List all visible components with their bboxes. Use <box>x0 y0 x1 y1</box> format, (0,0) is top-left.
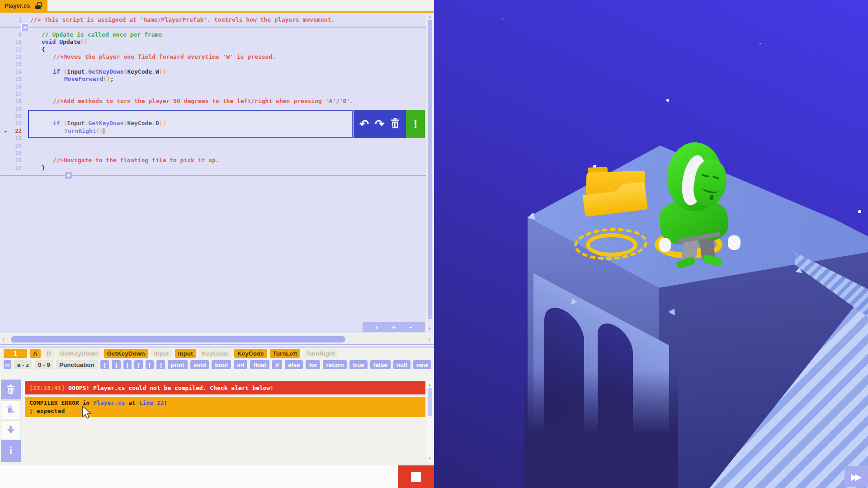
stop-button[interactable] <box>398 465 434 488</box>
scroll-up-icon[interactable]: ▲ <box>427 382 433 387</box>
syntax-chip[interactable]: print <box>168 360 188 369</box>
editor-vertical-scrollbar[interactable]: ▲ ▼ <box>427 13 433 333</box>
line-number: 9 <box>0 31 22 38</box>
code-editor[interactable]: 1//> This script is assigned at 'Game/Pl… <box>0 13 426 333</box>
code-line[interactable]: 25 <box>0 150 426 157</box>
code-line[interactable]: 26//>Navigate to the floating file to pi… <box>0 157 426 164</box>
code-line[interactable]: 10void Update() <box>0 38 426 46</box>
keyword-chip[interactable]: TurnLeft <box>270 349 301 358</box>
code-token: Input <box>67 68 85 75</box>
trash-play-icon <box>6 405 15 414</box>
syntax-chip[interactable]: a - z <box>14 360 32 369</box>
code-line-text: } <box>27 164 45 172</box>
auto-clear-console-button[interactable] <box>1 400 21 419</box>
syntax-chip[interactable]: 0 - 9 <box>35 360 53 369</box>
keyword-counter: 1 <box>4 349 27 358</box>
syntax-chip[interactable]: bool <box>212 360 231 369</box>
app-window: Player.cs 1//> This script is assigned a… <box>0 0 868 488</box>
console-info-button[interactable]: i <box>1 440 21 462</box>
fold-expand-button[interactable]: + <box>65 172 72 179</box>
syntax-chip[interactable]: { <box>100 360 109 369</box>
trash-icon <box>6 385 15 394</box>
keyword-chip[interactable]: GetKeyDown <box>104 349 148 358</box>
code-line[interactable]: 16 <box>0 83 426 90</box>
syntax-chip[interactable]: float <box>250 360 269 369</box>
keyword-chip[interactable]: D <box>43 349 54 358</box>
keyword-chip[interactable]: Input <box>151 349 172 358</box>
clear-console-button[interactable] <box>1 380 21 399</box>
code-line[interactable]: 11{ <box>0 46 426 53</box>
delete-selection-button[interactable] <box>390 118 400 131</box>
syntax-chip[interactable]: } <box>112 360 120 369</box>
keyword-chip[interactable]: TurnRight <box>303 349 338 358</box>
vertical-scroll-thumb[interactable] <box>428 20 432 319</box>
syntax-chip[interactable]: ( <box>123 360 132 369</box>
code-line[interactable]: 1//> This script is assigned at 'Game/Pl… <box>0 16 426 23</box>
alert-link-text: Player.cs <box>93 399 125 406</box>
keyword-chip[interactable]: GetKeyDown <box>57 349 101 358</box>
code-line[interactable]: 18//>Add methods to turn the player 90 d… <box>0 98 426 105</box>
code-line[interactable]: 27} <box>0 164 426 172</box>
code-line[interactable]: 9// Update is called once per frame <box>0 31 426 38</box>
code-line-text: // Update is called once per frame <box>27 31 162 38</box>
console-scrollbar[interactable]: ▲ ▼ <box>427 381 433 462</box>
scroll-down-icon[interactable]: ▼ <box>427 326 433 332</box>
tab-player-cs[interactable]: Player.cs <box>0 0 47 11</box>
syntax-chip[interactable]: [ <box>146 360 154 369</box>
code-line[interactable]: 17 <box>0 90 426 98</box>
fold-line <box>0 27 426 28</box>
keyword-chip[interactable]: KeyCode <box>234 349 267 358</box>
compiler-alert: COMPILER ERROR in Player.cs at Line 22! … <box>25 397 425 417</box>
code-line[interactable]: 15MoveForward(); <box>0 75 426 83</box>
syntax-chip[interactable]: void <box>190 360 209 369</box>
syntax-chip[interactable]: ) <box>134 360 143 369</box>
zoom-in-button[interactable]: + <box>392 324 396 331</box>
line-number: 22 <box>0 127 22 135</box>
code-line[interactable]: 13 <box>0 61 426 68</box>
syntax-chip[interactable]: new <box>413 360 431 369</box>
debris-shard <box>795 267 802 273</box>
redo-button[interactable]: ↷ <box>375 118 384 130</box>
star-particle <box>666 99 669 102</box>
star-particle <box>502 18 503 19</box>
line-number: 15 <box>0 75 22 83</box>
fold-expand-button[interactable]: + <box>21 23 29 31</box>
syntax-chip[interactable]: if <box>272 360 282 369</box>
syntax-chip[interactable]: else <box>285 360 303 369</box>
game-viewport: ▶▶ <box>434 0 868 488</box>
syntax-chip[interactable]: ] <box>156 360 165 369</box>
confirm-error-button[interactable]: ! <box>406 110 425 138</box>
line-number: 14 <box>0 68 22 75</box>
syntax-chip[interactable]: Punctuation <box>56 360 98 369</box>
line-number: 10 <box>0 38 22 46</box>
keyword-chip[interactable]: A <box>30 349 41 358</box>
scroll-to-bottom-button[interactable] <box>1 420 21 439</box>
syntax-chip[interactable]: return <box>323 360 347 369</box>
keyword-chip[interactable]: KeyCode <box>199 349 232 358</box>
scroll-down-icon[interactable]: ▼ <box>427 456 433 461</box>
zoom-out-button[interactable]: − <box>409 324 412 331</box>
syntax-chip[interactable]: true <box>349 360 368 369</box>
scroll-right-icon[interactable]: › <box>428 334 431 344</box>
console-scroll-thumb[interactable] <box>428 388 432 416</box>
scroll-up-icon[interactable]: ▲ <box>427 14 433 19</box>
code-line[interactable]: 12//>Moves the player one field forward … <box>0 53 426 61</box>
editor-horizontal-scrollbar[interactable]: ‹ › <box>0 334 434 344</box>
theme-toggle-button[interactable]: ◐ <box>375 324 379 331</box>
scroll-left-icon[interactable]: ‹ <box>2 334 5 344</box>
code-line[interactable]: 24 <box>0 142 426 150</box>
alert-text: ! <box>164 399 167 406</box>
syntax-chip[interactable]: null <box>393 360 410 369</box>
undo-button[interactable]: ↶ <box>359 118 369 130</box>
fast-forward-button[interactable]: ▶▶ <box>844 466 868 487</box>
fold-row: + <box>0 23 426 31</box>
code-token: MoveForward <box>64 75 103 82</box>
code-line[interactable]: 14if (Input.GetKeyDown(KeyCode.W)) <box>0 68 426 75</box>
syntax-chip[interactable]: false <box>370 360 391 369</box>
code-token: //>Navigate to the floating file to pick… <box>53 157 219 164</box>
keyword-chip[interactable]: Input <box>175 349 196 358</box>
fold-row: + <box>0 172 426 179</box>
horizontal-scroll-thumb[interactable] <box>11 336 345 343</box>
syntax-chip[interactable]: for <box>306 360 320 369</box>
syntax-chip[interactable]: int <box>234 360 248 369</box>
